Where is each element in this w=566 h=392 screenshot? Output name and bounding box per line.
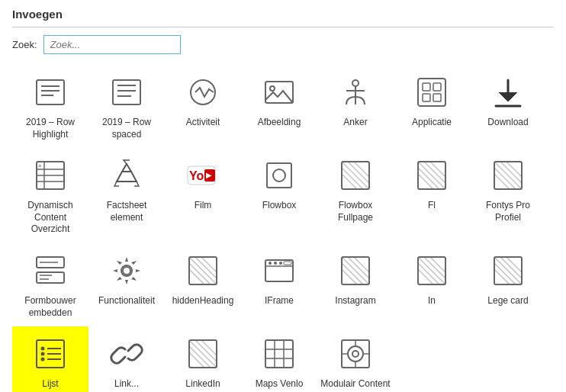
- grid-item-modulair[interactable]: Modulair Content Element: [317, 326, 394, 392]
- item-icon-dynamisch: ≡: [31, 156, 70, 195]
- svg-point-10: [270, 86, 275, 91]
- svg-point-68: [279, 262, 282, 265]
- grid-item-iframe[interactable]: IFrame: [241, 243, 317, 326]
- item-icon-applicatie: [412, 72, 452, 112]
- item-icon-row-highlight: [31, 72, 70, 112]
- grid-item-maps-venlo[interactable]: Maps Venlo: [241, 326, 317, 392]
- item-icon-functionaliteit: [107, 251, 146, 291]
- invoegen-panel: Invoegen Zoek: 2019 – Row Highlight 2019…: [0, 0, 566, 392]
- grid-item-lege-card[interactable]: Lege card: [470, 243, 546, 326]
- grid-item-functionaliteit[interactable]: Functionaliteit: [88, 243, 165, 326]
- svg-point-67: [274, 262, 277, 265]
- svg-point-89: [41, 347, 45, 351]
- svg-line-83: [494, 257, 522, 284]
- item-icon-afbeelding: [259, 72, 299, 112]
- svg-point-107: [348, 346, 363, 361]
- grid-item-fontys-pro[interactable]: Fontys Pro Profiel: [470, 148, 546, 243]
- svg-line-97: [189, 346, 211, 368]
- grid-item-factsheet[interactable]: Factsheet element: [88, 148, 165, 243]
- svg-text:≡: ≡: [38, 163, 41, 169]
- item-label-film: Film: [195, 200, 212, 212]
- item-label-download: Download: [487, 117, 528, 129]
- grid-item-formbouwer[interactable]: Formbouwer embedden: [12, 243, 88, 326]
- grid-item-flowbox-fullpage[interactable]: Flowbox Fullpage: [317, 148, 394, 243]
- svg-line-72: [342, 263, 363, 284]
- search-input[interactable]: [43, 35, 181, 54]
- svg-rect-101: [265, 340, 293, 368]
- svg-line-40: [418, 162, 445, 189]
- svg-point-11: [352, 80, 359, 86]
- grid-item-row-highlight[interactable]: 2019 – Row Highlight: [12, 65, 88, 148]
- item-icon-fontys-pro: [488, 156, 528, 195]
- item-icon-iframe: [259, 251, 299, 291]
- item-label-row-highlight: 2019 – Row Highlight: [15, 117, 85, 140]
- grid-item-link[interactable]: Link...: [88, 326, 165, 392]
- item-icon-linkedin: [183, 334, 223, 374]
- item-icon-lijst: [31, 334, 70, 374]
- item-label-maps-venlo: Maps Venlo: [256, 378, 304, 390]
- svg-line-34: [342, 162, 369, 189]
- svg-rect-16: [433, 83, 441, 91]
- item-label-iframe: IFrame: [265, 295, 294, 307]
- item-label-dynamisch: Dynamisch Content Overzicht: [15, 200, 85, 236]
- svg-point-66: [269, 262, 272, 265]
- item-icon-factsheet: [107, 156, 146, 195]
- svg-line-71: [342, 257, 369, 284]
- grid-item-dynamisch[interactable]: ≡ Dynamisch Content Overzicht: [12, 148, 88, 243]
- divider: [12, 27, 554, 27]
- item-icon-maps-venlo: [259, 334, 299, 374]
- items-grid: 2019 – Row Highlight 2019 – Row spaced A…: [12, 65, 554, 392]
- item-icon-film: You ▶: [183, 156, 223, 195]
- svg-line-85: [500, 257, 522, 278]
- svg-rect-18: [433, 94, 441, 101]
- grid-item-instagram[interactable]: Instagram: [317, 243, 394, 326]
- grid-item-anker[interactable]: Anker: [317, 65, 394, 148]
- item-label-lege-card: Lege card: [487, 295, 528, 307]
- item-icon-flowbox: [259, 156, 299, 195]
- svg-line-35: [342, 168, 363, 189]
- grid-item-row-spaced[interactable]: 2019 – Row spaced: [88, 65, 165, 148]
- grid-item-afbeelding[interactable]: Afbeelding: [241, 65, 317, 148]
- svg-line-36: [348, 162, 369, 183]
- item-label-link: Link...: [114, 378, 139, 390]
- svg-line-47: [494, 168, 516, 189]
- grid-item-download[interactable]: Download: [470, 65, 546, 148]
- grid-item-in[interactable]: In: [394, 243, 470, 326]
- item-label-row-spaced: 2019 – Row spaced: [92, 117, 162, 140]
- grid-item-flowbox[interactable]: Flowbox: [241, 148, 317, 243]
- item-icon-modulair: [336, 334, 375, 374]
- svg-line-73: [348, 257, 369, 278]
- item-label-lijst: Lijst: [42, 378, 58, 390]
- svg-line-48: [500, 162, 522, 183]
- item-icon-flowbox-fullpage: [336, 156, 375, 195]
- svg-text:▶: ▶: [206, 171, 212, 179]
- item-label-anker: Anker: [343, 117, 367, 129]
- item-icon-download: [488, 72, 528, 112]
- item-icon-in: [412, 251, 452, 291]
- svg-point-91: [41, 352, 45, 356]
- item-label-flowbox-fullpage: Flowbox Fullpage: [320, 200, 391, 223]
- grid-item-film[interactable]: You ▶ Film: [165, 148, 241, 243]
- svg-line-96: [189, 340, 217, 368]
- item-label-linkedin: LinkedIn vacature(Nederlan: [166, 378, 241, 392]
- item-label-modulair: Modulair Content Element: [320, 378, 391, 392]
- svg-rect-15: [423, 83, 430, 91]
- svg-line-79: [424, 257, 445, 278]
- grid-item-lijst[interactable]: Lijst: [12, 326, 88, 392]
- svg-line-84: [494, 263, 516, 284]
- grid-item-activiteit[interactable]: Activiteit: [165, 65, 241, 148]
- item-icon-anker: [336, 72, 375, 112]
- svg-line-41: [418, 168, 439, 189]
- grid-item-linkedin[interactable]: LinkedIn vacature(Nederlan: [165, 326, 241, 392]
- svg-point-57: [123, 267, 130, 275]
- svg-line-78: [418, 263, 439, 284]
- item-label-formbouwer: Formbouwer embedden: [15, 295, 85, 319]
- item-label-afbeelding: Afbeelding: [258, 117, 301, 129]
- grid-item-applicatie[interactable]: Applicatie: [394, 65, 470, 148]
- item-icon-activiteit: [183, 72, 223, 112]
- svg-line-46: [494, 162, 522, 189]
- grid-item-placeholder1[interactable]: Fl: [394, 148, 470, 243]
- svg-rect-53: [37, 272, 64, 283]
- item-icon-placeholder1: [412, 156, 452, 195]
- grid-item-hidden-heading[interactable]: hiddenHeading: [165, 243, 241, 326]
